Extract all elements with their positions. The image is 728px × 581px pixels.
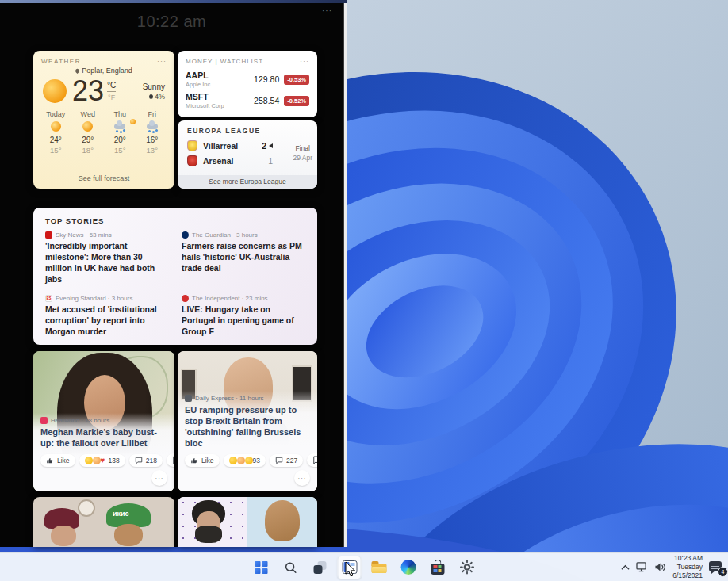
smile-emoji-icon	[245, 457, 253, 464]
start-button[interactable]	[250, 556, 274, 579]
story-headline[interactable]: Farmers raise concerns as PM hails 'hist…	[182, 241, 305, 274]
clap-emoji-icon	[93, 457, 101, 464]
mouse-cursor	[345, 561, 357, 578]
forecast-low: 13°	[136, 146, 169, 155]
search-button[interactable]	[279, 556, 303, 579]
settings-button[interactable]	[455, 556, 479, 579]
story-headline[interactable]: LIVE: Hungary take on Portugal in openin…	[182, 304, 305, 338]
winner-indicator-icon	[269, 143, 273, 148]
story-item[interactable]: The Independent · 23 mins LIVE: Hungary …	[182, 295, 305, 338]
current-temperature: 23	[72, 77, 104, 105]
forecast-day-label: Fri	[136, 110, 169, 118]
panel-top-edge	[0, 0, 347, 3]
bookmark-button[interactable]	[307, 453, 317, 467]
arsenal-crest-icon	[187, 155, 197, 166]
forecast-low: 15°	[40, 146, 72, 155]
comments-button[interactable]: 218	[129, 454, 163, 467]
tray-chevron-up-icon[interactable]	[621, 564, 630, 571]
stock-price: 258.54	[254, 96, 279, 105]
file-explorer-button[interactable]	[367, 556, 391, 579]
weather-more-icon[interactable]: ···	[157, 57, 167, 65]
like-label: Like	[201, 457, 214, 464]
away-team-name: Arsenal	[203, 156, 234, 166]
thumbs-up-icon	[46, 457, 54, 464]
story-meta: Evening Standard · 3 hours	[56, 295, 132, 302]
rain-icon	[136, 120, 169, 132]
news-card-kids-partial[interactable]	[33, 497, 174, 547]
celsius-toggle[interactable]: °C	[107, 81, 116, 92]
comments-button[interactable]: 227	[270, 454, 303, 467]
comment-count: 218	[146, 457, 157, 464]
like-button[interactable]: Like	[185, 454, 220, 467]
stock-symbol: MSFT	[186, 92, 243, 101]
reactions-count[interactable]: 93	[224, 454, 266, 467]
network-icon[interactable]	[636, 562, 648, 572]
bookmark-icon	[312, 456, 317, 464]
store-button[interactable]	[426, 556, 450, 579]
sunny-icon	[72, 120, 105, 132]
bookmark-button[interactable]	[167, 453, 174, 467]
windows-start-icon	[255, 561, 268, 574]
forecast-low: 15°	[104, 146, 136, 155]
precipitation: 4%	[143, 93, 165, 101]
forecast-day: Thu 20° 15°	[104, 110, 136, 155]
fahrenheit-toggle[interactable]: °F	[107, 94, 116, 101]
like-label: Like	[57, 457, 70, 464]
away-score: 1	[268, 156, 273, 166]
widgets-panel: 10:22 am ··· WEATHER ··· Poplar, England…	[0, 0, 343, 547]
news-meta: Daily Express · 11 hours	[195, 395, 264, 402]
home-score: 2	[262, 141, 273, 151]
tray-clock[interactable]: 10:23 AM Tuesday 6/15/2021	[672, 554, 703, 580]
match-away-row: Arsenal 1	[187, 153, 273, 168]
notification-center-button[interactable]: 4	[709, 561, 723, 574]
precipitation-value: 4%	[155, 93, 165, 101]
stock-row[interactable]: MSFT Microsoft Corp 258.54 -0.52%	[178, 90, 317, 112]
forecast-day-label: Thu	[104, 110, 136, 118]
story-headline[interactable]: Met accused of 'institutional corruption…	[45, 304, 169, 338]
news-headline[interactable]: EU ramping pressure up to stop Brexit Br…	[185, 404, 310, 449]
tray-date: 6/15/2021	[672, 571, 703, 580]
news-card-football-partial[interactable]	[178, 497, 317, 547]
weather-widget[interactable]: WEATHER ··· Poplar, England 23 °C °F Sun…	[33, 51, 174, 189]
laugh-emoji-icon	[229, 457, 237, 464]
panel-scrollbar[interactable]	[343, 3, 347, 547]
europa-league-widget[interactable]: EUROPA LEAGUE Villarreal 2 Arsenal 1 Fin…	[178, 120, 317, 189]
home-team-name: Villarreal	[203, 141, 238, 151]
task-view-button[interactable]	[308, 556, 332, 579]
weather-location: Poplar, England	[33, 67, 174, 75]
story-meta: Sky News · 53 mins	[56, 231, 112, 239]
reaction-count: 93	[253, 457, 260, 464]
news-card-meghan[interactable]: Heatworld · 18 hours Meghan Markle's bab…	[33, 351, 174, 491]
sun-showers-icon	[104, 120, 136, 132]
reactions-count[interactable]: ♥ 138	[79, 454, 125, 467]
panel-more-icon[interactable]: ···	[322, 6, 332, 15]
bookmark-icon	[172, 456, 174, 464]
news-headline[interactable]: Meghan Markle's baby bust-up: the fallou…	[40, 426, 167, 449]
card-more-icon[interactable]: ···	[151, 470, 167, 486]
edge-button[interactable]	[397, 556, 420, 579]
money-title: MONEY | WATCHLIST	[186, 58, 263, 65]
top-stories-widget: TOP STORIES Sky News · 53 mins 'Incredib…	[33, 208, 317, 345]
stock-price: 129.80	[254, 75, 279, 84]
news-card-eu[interactable]: Daily Express · 11 hours EU ramping pres…	[178, 351, 317, 491]
story-item[interactable]: The Guardian · 3 hours Farmers raise con…	[182, 231, 305, 285]
story-meta: The Guardian · 3 hours	[192, 231, 258, 239]
forecast-high: 20°	[104, 136, 136, 144]
stock-row[interactable]: AAPL Apple Inc 129.80 -0.53%	[178, 69, 317, 90]
task-view-icon	[314, 561, 327, 574]
story-item[interactable]: ESEvening Standard · 3 hours Met accused…	[45, 295, 169, 338]
story-item[interactable]: Sky News · 53 mins 'Incredibly important…	[45, 231, 169, 285]
money-watchlist-widget[interactable]: MONEY | WATCHLIST ··· AAPL Apple Inc 129…	[178, 51, 317, 117]
see-full-forecast-link[interactable]: See full forecast	[33, 174, 174, 182]
pundit-photo	[247, 497, 317, 547]
story-headline[interactable]: 'Incredibly important milestone': More t…	[45, 241, 169, 285]
volume-icon[interactable]	[654, 562, 666, 572]
stock-symbol: AAPL	[186, 71, 243, 80]
settings-gear-icon	[459, 560, 474, 575]
money-more-icon[interactable]: ···	[300, 57, 309, 65]
see-more-europa-league-link[interactable]: See more Europa League	[178, 175, 317, 189]
like-button[interactable]: Like	[40, 454, 75, 467]
card-more-icon[interactable]: ···	[294, 470, 310, 486]
forecast-day-label: Wed	[72, 110, 105, 118]
location-pin-icon	[75, 68, 80, 74]
